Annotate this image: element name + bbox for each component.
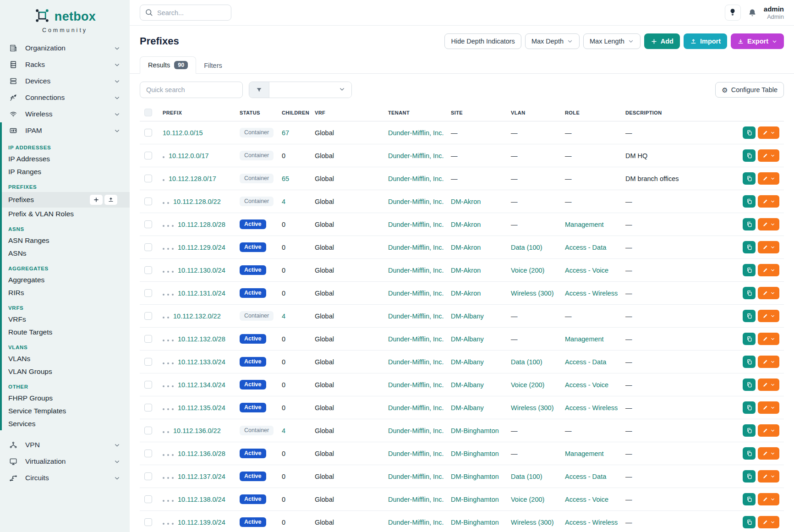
add-button[interactable]: Add [644, 33, 680, 49]
site-link[interactable]: DM-Binghamton [451, 496, 499, 503]
prefix-link[interactable]: 10.112.137.0/24 [178, 473, 225, 480]
prefix-link[interactable]: 10.112.138.0/24 [178, 496, 225, 503]
column-header-tenant[interactable]: TENANT [383, 104, 446, 121]
tenant-link[interactable]: Dunder-Mifflin, Inc. [388, 313, 444, 320]
site-link[interactable]: DM-Albany [451, 358, 484, 366]
site-link[interactable]: DM-Akron [451, 221, 481, 228]
sidebar-group-racks[interactable]: Racks [0, 56, 130, 73]
children-count[interactable]: 67 [282, 129, 289, 137]
copy-button[interactable] [743, 378, 756, 391]
copy-button[interactable] [743, 126, 756, 139]
copy-button[interactable] [743, 195, 756, 208]
tenant-link[interactable]: Dunder-Mifflin, Inc. [388, 198, 444, 205]
site-link[interactable]: DM-Binghamton [451, 450, 499, 457]
site-link[interactable]: DM-Binghamton [451, 427, 499, 434]
prefix-link[interactable]: 10.112.136.0/22 [173, 427, 221, 434]
copy-button[interactable] [743, 264, 756, 276]
children-count[interactable]: 65 [282, 175, 289, 182]
tenant-link[interactable]: Dunder-Mifflin, Inc. [388, 496, 444, 503]
copy-button[interactable] [743, 287, 756, 299]
vlan-link[interactable]: Data (100) [511, 244, 542, 251]
search-input[interactable] [140, 5, 231, 21]
children-count[interactable]: 4 [282, 427, 285, 434]
row-checkbox[interactable] [144, 472, 152, 480]
children-count[interactable]: 4 [282, 198, 285, 205]
tenant-link[interactable]: Dunder-Mifflin, Inc. [388, 335, 444, 343]
row-checkbox[interactable] [144, 197, 152, 205]
site-link[interactable]: DM-Akron [451, 267, 481, 274]
edit-dropdown-button[interactable] [758, 447, 779, 460]
tenant-link[interactable]: Dunder-Mifflin, Inc. [388, 381, 444, 389]
tenant-link[interactable]: Dunder-Mifflin, Inc. [388, 404, 444, 411]
row-checkbox[interactable] [144, 152, 152, 159]
edit-dropdown-button[interactable] [758, 424, 779, 437]
copy-button[interactable] [743, 241, 756, 253]
copy-button[interactable] [743, 172, 756, 185]
prefix-link[interactable]: 10.112.129.0/24 [178, 244, 225, 251]
row-checkbox[interactable] [144, 518, 152, 526]
copy-button[interactable] [743, 149, 756, 162]
tenant-link[interactable]: Dunder-Mifflin, Inc. [388, 427, 444, 434]
copy-button[interactable] [743, 356, 756, 368]
sidebar-group-organization[interactable]: Organization [0, 40, 130, 56]
sidebar-item-route-targets[interactable]: Route Targets [2, 326, 130, 339]
vlan-link[interactable]: Wireless (300) [511, 404, 553, 411]
tenant-link[interactable]: Dunder-Mifflin, Inc. [388, 358, 444, 366]
sidebar-group-vpn[interactable]: VPN [0, 437, 130, 453]
vlan-link[interactable]: Wireless (300) [511, 290, 553, 297]
row-checkbox[interactable] [144, 220, 152, 228]
row-checkbox[interactable] [144, 175, 152, 182]
sidebar-group-devices[interactable]: Devices [0, 73, 130, 89]
site-link[interactable]: DM-Albany [451, 313, 484, 320]
column-header-description[interactable]: DESCRIPTION [621, 104, 738, 121]
tenant-link[interactable]: Dunder-Mifflin, Inc. [388, 152, 444, 159]
max-length-dropdown[interactable]: Max Length [583, 33, 641, 49]
role-link[interactable]: Access - Voice [565, 381, 608, 389]
edit-dropdown-button[interactable] [758, 172, 779, 185]
edit-dropdown-button[interactable] [758, 149, 779, 162]
quick-search-input[interactable] [140, 82, 243, 98]
sidebar-group-virtualization[interactable]: Virtualization [0, 453, 130, 470]
row-checkbox[interactable] [144, 335, 152, 343]
role-link[interactable]: Access - Data [565, 358, 606, 366]
column-header-prefix[interactable]: PREFIX [158, 104, 235, 121]
copy-button[interactable] [743, 516, 756, 528]
hide-depth-indicators-button[interactable]: Hide Depth Indicators [444, 33, 521, 49]
column-header-site[interactable]: SITE [446, 104, 506, 121]
tenant-link[interactable]: Dunder-Mifflin, Inc. [388, 244, 444, 251]
sidebar-group-connections[interactable]: Connections [0, 89, 130, 106]
prefix-link[interactable]: 10.112.128.0/17 [169, 175, 216, 182]
copy-button[interactable] [743, 218, 756, 230]
tenant-link[interactable]: Dunder-Mifflin, Inc. [388, 473, 444, 480]
notifications-bell-icon[interactable] [748, 8, 757, 17]
column-header-children[interactable]: CHILDREN [277, 104, 310, 121]
column-header-vrf[interactable]: VRF [310, 104, 383, 121]
tenant-link[interactable]: Dunder-Mifflin, Inc. [388, 290, 444, 297]
row-checkbox[interactable] [144, 404, 152, 411]
column-header-vlan[interactable]: VLAN [506, 104, 560, 121]
site-link[interactable]: DM-Albany [451, 404, 484, 411]
saved-filter-select[interactable] [249, 82, 352, 98]
user-menu[interactable]: admin Admin [764, 5, 784, 21]
row-checkbox[interactable] [144, 129, 152, 137]
role-link[interactable]: Access - Voice [565, 496, 608, 503]
row-checkbox[interactable] [144, 450, 152, 457]
quick-add-button[interactable] [89, 194, 103, 205]
column-header-role[interactable]: ROLE [560, 104, 621, 121]
children-count[interactable]: 4 [282, 313, 285, 320]
copy-button[interactable] [743, 447, 756, 460]
sidebar-item-aggregates[interactable]: Aggregates [2, 274, 130, 286]
edit-dropdown-button[interactable] [758, 493, 779, 505]
role-link[interactable]: Access - Wireless [565, 290, 618, 297]
copy-button[interactable] [743, 310, 756, 322]
prefix-link[interactable]: 10.112.0.0/17 [169, 152, 209, 159]
vlan-link[interactable]: Voice (200) [511, 267, 544, 274]
prefix-link[interactable]: 10.112.135.0/24 [178, 404, 225, 411]
role-link[interactable]: Access - Wireless [565, 404, 618, 411]
site-link[interactable]: DM-Binghamton [451, 473, 499, 480]
column-header-status[interactable]: STATUS [235, 104, 277, 121]
edit-dropdown-button[interactable] [758, 516, 779, 528]
role-link[interactable]: Access - Data [565, 473, 606, 480]
row-checkbox[interactable] [144, 495, 152, 503]
role-link[interactable]: Management [565, 450, 604, 457]
